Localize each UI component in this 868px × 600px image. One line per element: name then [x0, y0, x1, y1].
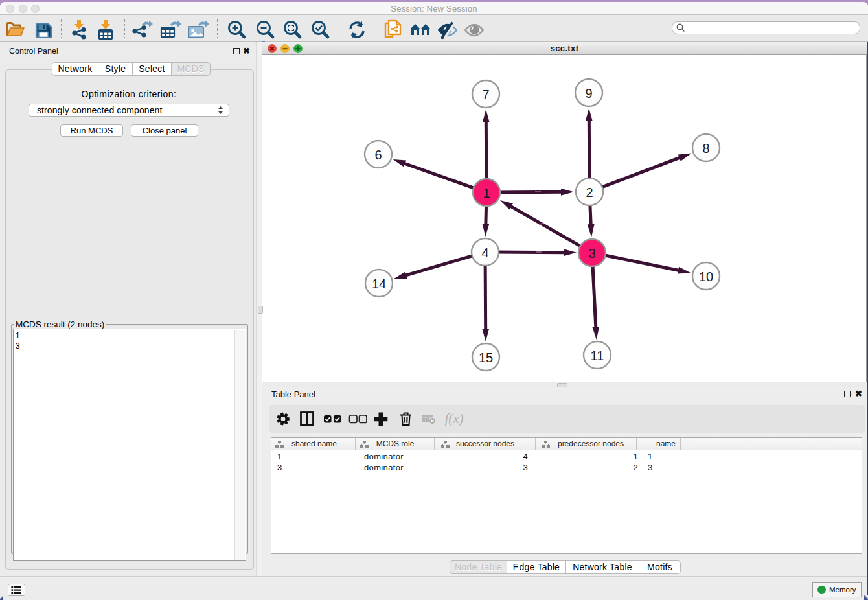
svg-text:1: 1 [483, 186, 490, 200]
svg-text:15: 15 [479, 351, 493, 365]
svg-text:2: 2 [586, 185, 593, 200]
svg-text:7: 7 [482, 87, 489, 102]
svg-text:14: 14 [372, 277, 386, 291]
svg-text:11: 11 [591, 349, 604, 363]
svg-text:8: 8 [702, 141, 709, 156]
svg-text:4: 4 [481, 246, 488, 260]
svg-text:9: 9 [585, 86, 592, 100]
svg-text:6: 6 [374, 148, 382, 162]
svg-text:3: 3 [588, 246, 595, 260]
svg-text:10: 10 [699, 270, 713, 284]
svg-text:f(x): f(x) [444, 411, 463, 426]
